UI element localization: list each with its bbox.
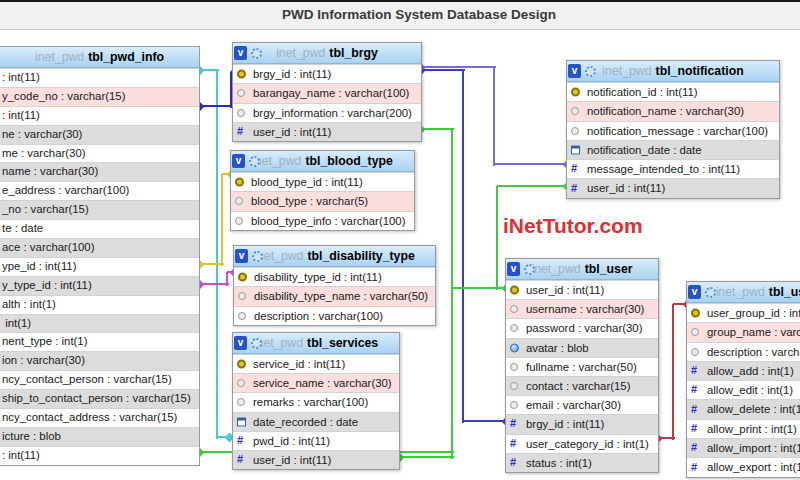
- table-tbl_user[interactable]: vinet_pwdtbl_useruser_id : int(11)userna…: [505, 258, 659, 473]
- table-tbl_services[interactable]: vinet_pwdtbl_servicesservice_id : int(11…: [232, 332, 400, 470]
- column-row: : int(11): [0, 68, 199, 87]
- column-definition: blood_type : varchar(5): [251, 195, 368, 207]
- foreign-key-icon: #: [691, 366, 697, 375]
- table-header[interactable]: vinet_pwdtbl_user_group: [687, 282, 800, 303]
- column-row: #allow_import : int(1): [687, 438, 800, 457]
- gear-icon[interactable]: [251, 338, 262, 349]
- foreign-key-icon: #: [691, 385, 697, 394]
- column-icon: [571, 107, 579, 115]
- column-row: nent_type : int(1): [0, 332, 199, 351]
- table-header[interactable]: vinet_pwdtbl_disability_type: [234, 246, 435, 267]
- table-name: tbl_notification: [656, 64, 744, 78]
- primary-key-icon: [237, 70, 246, 79]
- column-definition: description : varchar(100): [254, 310, 383, 322]
- designer-canvas[interactable]: iNetTutor.com inet_pwdtbl_pwd_info: int(…: [0, 0, 800, 480]
- column-icon: [510, 324, 518, 332]
- table-tbl_user_group[interactable]: vinet_pwdtbl_user_groupuser_group_id : i…: [686, 281, 800, 478]
- column-row: user_group_id : int(11): [687, 303, 800, 322]
- column-row: blood_type_info : varchar(100): [231, 211, 414, 230]
- column-definition: : int(11): [2, 109, 40, 121]
- column-definition: : int(11): [2, 449, 40, 461]
- table-header[interactable]: vinet_pwdtbl_notification: [567, 61, 779, 82]
- column-definition: avatar : blob: [526, 342, 589, 354]
- column-icon: [238, 292, 246, 300]
- column-row: brgy_information : varchar(200): [233, 103, 421, 122]
- column-definition: blood_type_info : varchar(100): [251, 215, 406, 227]
- table-header[interactable]: vinet_pwdtbl_brgy: [233, 43, 421, 64]
- table-tbl_brgy[interactable]: vinet_pwdtbl_brgybrgy_id : int(11)barang…: [232, 42, 422, 142]
- column-definition: group_name : varchar(30): [707, 326, 800, 338]
- column-icon: [691, 328, 699, 336]
- relation-line: [216, 70, 218, 439]
- gear-icon[interactable]: [705, 287, 716, 298]
- column-definition: notification_message : varchar(100): [587, 125, 768, 137]
- gear-icon[interactable]: [252, 251, 263, 262]
- column-icon: [237, 89, 245, 97]
- relation-line: [493, 67, 495, 166]
- toggle-columns-icon[interactable]: v: [234, 336, 247, 350]
- table-name: tbl_pwd_info: [88, 50, 164, 64]
- column-definition: username : varchar(30): [526, 303, 644, 315]
- gear-icon[interactable]: [524, 264, 535, 275]
- schema-label: inet_pwd: [276, 46, 325, 60]
- column-row: : int(11): [0, 106, 199, 125]
- toggle-columns-icon[interactable]: v: [234, 46, 247, 60]
- column-row: service_name : varchar(30): [233, 373, 399, 392]
- table-tbl_blood_type[interactable]: vinet_pwdtbl_blood_typeblood_type_id : i…: [230, 150, 415, 231]
- toggle-columns-icon[interactable]: v: [568, 64, 581, 78]
- gear-icon[interactable]: [251, 48, 262, 59]
- column-row: date_recorded : date: [233, 412, 399, 431]
- foreign-key-icon: #: [691, 405, 697, 414]
- column-row: brgy_id : int(11): [233, 64, 421, 83]
- column-row: #brgy_id : int(11): [506, 414, 658, 433]
- gear-icon[interactable]: [585, 66, 596, 77]
- column-definition: disability_type_name : varchar(50): [254, 290, 428, 302]
- column-row: _no : varchar(15): [0, 200, 199, 219]
- table-header[interactable]: vinet_pwdtbl_user: [506, 259, 658, 280]
- column-icon: [571, 127, 579, 135]
- column-row: ion : varchar(30): [0, 351, 199, 370]
- relation-line: [462, 70, 464, 423]
- column-definition: icture : blob: [2, 430, 61, 442]
- column-row: #user_id : int(11): [567, 178, 779, 197]
- column-definition: status : int(1): [526, 457, 592, 469]
- relation-line: [451, 288, 453, 459]
- table-header[interactable]: vinet_pwdtbl_blood_type: [231, 151, 414, 172]
- table-tbl_pwd_info[interactable]: inet_pwdtbl_pwd_info: int(11)y_code_no :…: [0, 46, 200, 466]
- column-definition: ncy_contact_person : varchar(15): [2, 373, 172, 385]
- column-definition: ion : varchar(30): [2, 354, 85, 366]
- column-definition: ne : varchar(30): [2, 128, 82, 140]
- column-row: notification_date : date: [567, 140, 779, 159]
- toggle-columns-icon[interactable]: v: [235, 249, 248, 263]
- primary-key-icon: [510, 286, 519, 295]
- column-row: notification_message : varchar(100): [567, 121, 779, 140]
- table-tbl_notification[interactable]: vinet_pwdtbl_notificationnotification_id…: [566, 60, 780, 199]
- column-row: #allow_print : int(1): [687, 419, 800, 438]
- column-definition: : int(11): [2, 71, 40, 83]
- column-icon: [510, 382, 518, 390]
- column-row: email : varchar(30): [506, 395, 658, 414]
- table-tbl_disability_type[interactable]: vinet_pwdtbl_disability_typedisability_t…: [233, 245, 436, 326]
- column-row: y_code_no : varchar(15): [0, 87, 199, 106]
- column-definition: user_group_id : int(11): [707, 307, 800, 319]
- column-row: contact : varchar(15): [506, 376, 658, 395]
- table-header[interactable]: inet_pwdtbl_pwd_info: [0, 47, 199, 68]
- schema-label: inet_pwd: [531, 262, 580, 276]
- column-row: remarks : varchar(100): [233, 392, 399, 411]
- primary-key-icon: [235, 178, 244, 187]
- column-row: fullname : varchar(50): [506, 357, 658, 376]
- toggle-columns-icon[interactable]: v: [507, 262, 520, 276]
- column-definition: message_intended_to : int(11): [587, 163, 740, 175]
- toggle-columns-icon[interactable]: v: [688, 285, 701, 299]
- column-row: disability_type_name : varchar(50): [234, 286, 435, 305]
- table-name: tbl_services: [307, 336, 378, 350]
- table-header[interactable]: vinet_pwdtbl_services: [233, 333, 399, 354]
- column-row: alth : int(1): [0, 295, 199, 314]
- column-icon: [510, 401, 518, 409]
- toggle-columns-icon[interactable]: v: [232, 154, 245, 168]
- relation-line: [496, 186, 498, 290]
- gear-icon[interactable]: [249, 156, 260, 167]
- column-definition: disability_type_id : int(11): [254, 271, 382, 283]
- foreign-key-icon: #: [571, 164, 577, 173]
- column-definition: fullname : varchar(50): [526, 361, 637, 373]
